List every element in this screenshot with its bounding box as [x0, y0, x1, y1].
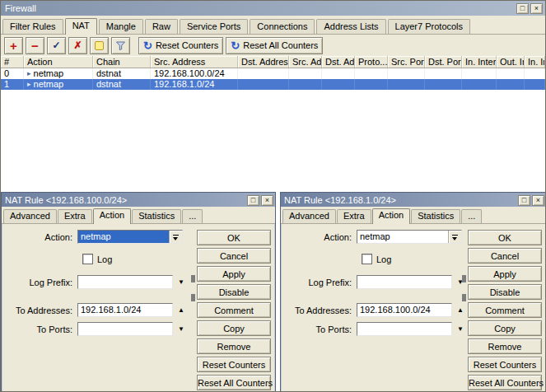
- dialog-tab-advanced[interactable]: Advanced: [3, 209, 57, 223]
- to-ports-field-row: To Ports: ▼: [7, 322, 186, 336]
- reset-counters-button[interactable]: ↻ Reset Counters: [138, 37, 223, 54]
- cancel-button[interactable]: Cancel: [468, 248, 542, 264]
- column-header-out-interface[interactable]: Out. Int...: [497, 56, 525, 68]
- log-prefix-label: Log Prefix:: [286, 278, 357, 287]
- ok-button[interactable]: OK: [197, 230, 271, 245]
- dialog-titlebar[interactable]: NAT Rule <192.168.1.0/24> □ ×: [281, 193, 546, 207]
- restore-button[interactable]: □: [516, 3, 529, 14]
- close-button[interactable]: ×: [530, 3, 543, 14]
- column-header-src-address-list[interactable]: Src. Ad...: [289, 56, 322, 68]
- log-checkbox[interactable]: [362, 254, 372, 264]
- column-header-in-interface-list[interactable]: In. Inte...: [525, 56, 545, 68]
- column-header-number[interactable]: #: [1, 56, 24, 68]
- log-checkbox[interactable]: [82, 254, 93, 264]
- reset-all-counters-button[interactable]: ↻ Reset All Counters: [226, 37, 323, 54]
- action-dropdown[interactable]: netmap: [357, 230, 462, 244]
- tab-layer7-protocols[interactable]: Layer7 Protocols: [388, 19, 471, 34]
- comment-button[interactable]: Comment: [197, 302, 271, 318]
- tab-filter-rules[interactable]: Filter Rules: [2, 19, 63, 34]
- column-header-dst-address-list[interactable]: Dst. Ad...: [322, 56, 355, 68]
- disable-button[interactable]: Disable: [197, 284, 271, 300]
- to-ports-expand-icon[interactable]: ▼: [176, 326, 186, 333]
- column-header-dst-port[interactable]: Dst. Port: [425, 56, 462, 68]
- dropdown-button[interactable]: [448, 231, 461, 243]
- cell-chain: dstnat: [93, 79, 151, 90]
- dialog-scrollbar[interactable]: [191, 275, 195, 301]
- log-prefix-dropdown-icon[interactable]: ▼: [176, 279, 186, 286]
- ok-button[interactable]: OK: [468, 230, 542, 245]
- log-prefix-input[interactable]: [77, 275, 173, 289]
- add-button[interactable]: +: [4, 37, 23, 54]
- restore-icon: □: [520, 4, 525, 12]
- enable-button[interactable]: ✓: [47, 37, 66, 54]
- to-addresses-collapse-icon[interactable]: ▲: [176, 307, 186, 314]
- comment-button[interactable]: [90, 37, 109, 54]
- apply-button[interactable]: Apply: [197, 266, 271, 282]
- to-ports-input[interactable]: [357, 322, 452, 336]
- main-tabbar: Filter Rules NAT Mangle Raw Service Port…: [1, 16, 545, 35]
- reset-counters-button[interactable]: Reset Counters: [197, 357, 271, 372]
- tab-address-lists[interactable]: Address Lists: [316, 19, 385, 34]
- reset-all-counters-button[interactable]: Reset All Counters: [197, 375, 271, 390]
- restore-button[interactable]: □: [247, 195, 259, 206]
- dialog-tab-statistics[interactable]: Statistics: [132, 209, 181, 223]
- remove-button[interactable]: Remove: [197, 338, 271, 354]
- to-ports-expand-icon[interactable]: ▼: [455, 326, 465, 333]
- tab-service-ports[interactable]: Service Ports: [180, 19, 248, 34]
- dialog-tab-extra[interactable]: Extra: [58, 209, 92, 223]
- action-field-row: Action: netmap: [286, 230, 462, 244]
- to-addresses-collapse-icon[interactable]: ▲: [455, 307, 465, 314]
- remove-button[interactable]: −: [26, 37, 44, 54]
- dialog-tab-advanced[interactable]: Advanced: [282, 209, 336, 223]
- tab-mangle[interactable]: Mangle: [99, 19, 143, 34]
- close-button[interactable]: ×: [261, 195, 273, 206]
- dialog-scrollbar[interactable]: [462, 275, 466, 301]
- column-header-src-address[interactable]: Src. Address: [151, 56, 238, 68]
- column-header-action[interactable]: Action: [24, 56, 93, 68]
- apply-button[interactable]: Apply: [468, 266, 542, 282]
- dialog-tab-more[interactable]: ...: [182, 209, 203, 223]
- action-dropdown[interactable]: netmap: [77, 230, 183, 244]
- cancel-button[interactable]: Cancel: [197, 248, 271, 264]
- tab-connections[interactable]: Connections: [250, 19, 315, 34]
- table-row-0[interactable]: 0 ▸ netmap dstnat 192.168.100.0/24: [1, 68, 545, 79]
- reset-all-counters-button[interactable]: Reset All Counters: [468, 375, 542, 390]
- dropdown-button[interactable]: [169, 231, 182, 243]
- remove-button[interactable]: Remove: [468, 338, 542, 354]
- dropdown-icon: [173, 234, 179, 240]
- log-prefix-input[interactable]: [357, 275, 452, 289]
- dialog-tab-extra[interactable]: Extra: [337, 209, 371, 223]
- dialog-tab-statistics[interactable]: Statistics: [411, 209, 460, 223]
- column-header-dst-address[interactable]: Dst. Address: [238, 56, 289, 68]
- restore-button[interactable]: □: [518, 195, 530, 206]
- column-header-protocol[interactable]: Proto...: [355, 56, 388, 68]
- to-addresses-input[interactable]: 192.168.1.0/24: [77, 303, 173, 317]
- disable-button[interactable]: ✗: [68, 37, 87, 54]
- table-row-1[interactable]: 1 ▸ netmap dstnat 192.168.1.0/24: [1, 79, 545, 90]
- column-header-src-port[interactable]: Src. Port: [388, 56, 425, 68]
- cell-in-interface: [462, 79, 497, 90]
- to-addresses-input[interactable]: 192.168.100.0/24: [357, 303, 452, 317]
- tab-raw[interactable]: Raw: [145, 19, 178, 34]
- dialog-tab-action[interactable]: Action: [372, 208, 411, 224]
- cell-src-address-list: [289, 68, 322, 79]
- cell-in-interface-list: [525, 79, 545, 90]
- dialog-tab-more[interactable]: ...: [461, 209, 482, 223]
- disable-button[interactable]: Disable: [468, 284, 542, 300]
- log-label: Log: [97, 254, 112, 264]
- cell-dst-address-list: [322, 79, 355, 90]
- window-titlebar[interactable]: Firewall □ ×: [1, 1, 545, 16]
- column-header-in-interface[interactable]: In. Inter...: [462, 56, 497, 68]
- dialog-titlebar[interactable]: NAT Rule <192.168.100.0/24> □ ×: [2, 193, 275, 207]
- dialog-tab-action[interactable]: Action: [93, 208, 132, 224]
- filter-button[interactable]: [111, 37, 130, 54]
- tab-nat[interactable]: NAT: [65, 18, 97, 35]
- reset-counters-button[interactable]: Reset Counters: [468, 357, 542, 372]
- comment-button[interactable]: Comment: [468, 302, 542, 318]
- copy-button[interactable]: Copy: [197, 320, 271, 336]
- copy-button[interactable]: Copy: [468, 320, 542, 336]
- column-header-chain[interactable]: Chain: [93, 56, 151, 68]
- to-ports-input[interactable]: [77, 322, 173, 336]
- close-button[interactable]: ×: [532, 195, 544, 206]
- cell-dst-address-list: [322, 68, 355, 79]
